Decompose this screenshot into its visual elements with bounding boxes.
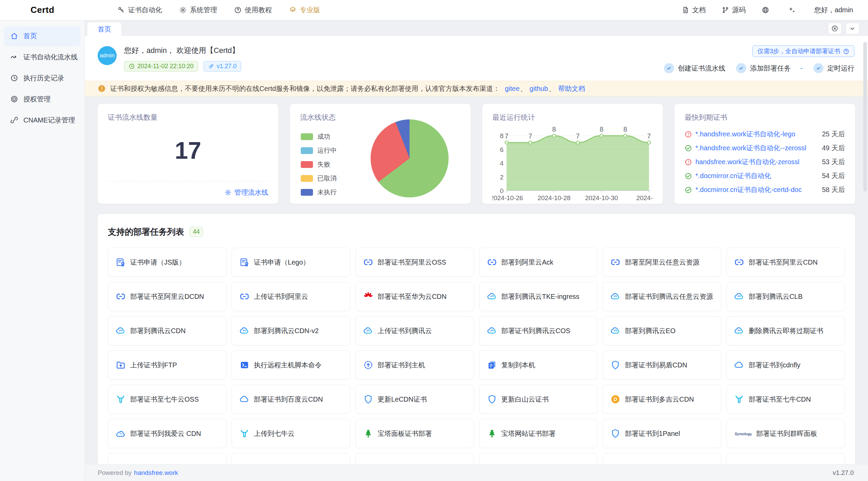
menu-item-证书自动化[interactable]: 证书自动化 xyxy=(117,5,162,15)
aliyun-icon xyxy=(610,257,620,267)
task-tile-部署到腾讯云TKE-ingress[interactable]: 部署到腾讯云TKE-ingress xyxy=(479,282,598,311)
task-tile-部署证书到多吉云CDN[interactable]: D部署证书到多吉云CDN xyxy=(603,385,721,414)
task-tile-宝塔网站证书部署[interactable]: 宝塔网站证书部署 xyxy=(479,419,598,448)
task-tiles-grid: 证书申请（JS版）证书申请（Lego）部署证书至阿里云OSS部署到阿里云Ack部… xyxy=(108,248,845,481)
svg-text:7: 7 xyxy=(576,132,579,140)
vertical-scrollbar-thumb[interactable] xyxy=(863,42,867,191)
task-tile-部署证书至七牛云OSS[interactable]: 部署证书至七牛云OSS xyxy=(108,385,226,414)
recent-runs-card: 最近运行统计 7787887024682024-10-262024-10-282… xyxy=(482,104,663,204)
qiniu-icon xyxy=(239,428,250,439)
task-tile-证书申请（JS版）[interactable]: 证书申请（JS版） xyxy=(108,248,226,277)
task-tile-部署证书到主机[interactable]: 部署证书到主机 xyxy=(355,350,474,380)
task-tile-部署证书到百度云CDN[interactable]: 部署证书到百度云CDN xyxy=(232,385,350,414)
task-tile-部署到腾讯云EO[interactable]: 部署到腾讯云EO xyxy=(603,316,721,345)
menu-item-专业版[interactable]: 专业版 xyxy=(289,5,320,15)
home-icon xyxy=(10,32,18,40)
task-tile-部署证书到1Panel[interactable]: 部署证书到1Panel xyxy=(603,419,721,448)
task-tile-部署证书到cdnfly[interactable]: 部署证书到cdnfly xyxy=(726,350,845,380)
menu-item-系统管理[interactable]: 系统管理 xyxy=(179,5,217,15)
expiry-days: 25 天后 xyxy=(822,130,845,139)
check-circle-icon xyxy=(736,63,746,73)
logo[interactable]: Certd xyxy=(0,4,85,16)
task-tile-证书申请（Lego）[interactable]: 证书申请（Lego） xyxy=(232,248,350,277)
cert-name-link[interactable]: *.docmirror.cn证书自动化-certd-doc xyxy=(695,185,816,194)
task-tile-更新LeCDN证书[interactable]: 更新LeCDN证书 xyxy=(355,385,474,414)
task-tile-部署到腾讯云CLB[interactable]: 部署到腾讯云CLB xyxy=(726,282,845,311)
task-tile-上传证书到FTP[interactable]: 上传证书到FTP xyxy=(108,350,226,380)
card-title: 证书流水线数量 xyxy=(108,113,268,122)
legend-item-成功[interactable]: 成功 xyxy=(301,132,337,141)
task-tile-部署到阿里云Ack[interactable]: 部署到阿里云Ack xyxy=(479,248,598,277)
task-tile-部署证书到腾讯云COS[interactable]: 部署证书到腾讯云COS xyxy=(479,316,598,345)
sidebar-item-首页[interactable]: 首页 xyxy=(4,26,80,45)
header-action-文档[interactable]: 文档 xyxy=(682,5,706,15)
task-tile-部署至阿里云任意云资源[interactable]: 部署至阿里云任意云资源 xyxy=(603,248,721,277)
task-tile-部署证书至七牛CDN[interactable]: 部署证书至七牛CDN xyxy=(726,385,845,414)
task-tile-部署到腾讯云CDN[interactable]: 部署到腾讯云CDN xyxy=(108,316,226,345)
close-tabs-button[interactable] xyxy=(828,23,842,34)
task-tile-上传到七牛云[interactable]: 上传到七牛云 xyxy=(232,419,350,448)
globe-button[interactable] xyxy=(762,6,772,14)
legend-item-未执行[interactable]: 未执行 xyxy=(301,188,337,197)
task-tile-部署证书至阿里云CDN[interactable]: 部署证书至阿里云CDN xyxy=(726,248,845,277)
error-circle-icon xyxy=(685,131,692,138)
question-circle-icon xyxy=(234,6,242,14)
task-tile-上传证书到阿里云[interactable]: 上传证书到阿里云 xyxy=(232,282,350,311)
legend-item-失败[interactable]: 失败 xyxy=(301,160,337,169)
task-tile-执行远程主机脚本命令[interactable]: 执行远程主机脚本命令 xyxy=(232,350,350,380)
manage-pipelines-link[interactable]: 管理流水线 xyxy=(224,188,268,197)
alert-link-github[interactable]: github xyxy=(530,85,548,92)
cert-name-link[interactable]: handsfree.work证书自动化-zerossl xyxy=(695,157,816,167)
task-tile-部署证书到我爱云 CDN[interactable]: 部署证书到我爱云 CDN xyxy=(108,419,226,448)
handsfree-link[interactable]: handsfree.work xyxy=(134,469,178,477)
cert-name-link[interactable]: *.handsfree.work证书自动化-lego xyxy=(695,130,816,139)
shield-icon xyxy=(487,394,497,404)
task-tile-部署证书至华为云CDN[interactable]: 部署证书至华为云CDN xyxy=(355,282,474,311)
quick-guide-badge[interactable]: 仅需3步，全自动申请部署证书 xyxy=(752,45,854,57)
cloud-icon xyxy=(239,394,250,404)
card-title: 流水线状态 xyxy=(300,113,460,122)
welcome-section: admin 您好，admin， 欢迎使用【Certd】 2024-11-02 2… xyxy=(85,36,868,81)
alert-link-gitee[interactable]: gitee xyxy=(505,85,519,92)
key-icon xyxy=(117,6,125,14)
task-tile-部署证书至阿里云DCDN[interactable]: 部署证书至阿里云DCDN xyxy=(108,282,226,311)
tencent-icon xyxy=(363,326,373,336)
task-tile-部署证书到群晖面板[interactable]: Synology部署证书到群晖面板 xyxy=(726,419,845,448)
task-tile-上传证书到腾讯云[interactable]: 上传证书到腾讯云 xyxy=(355,316,474,345)
user-greeting[interactable]: 您好，admin xyxy=(814,5,853,15)
document-icon xyxy=(682,6,689,14)
sidebar-item-授权管理[interactable]: 授权管理 xyxy=(4,90,80,109)
task-tile-更新白山云证书[interactable]: 更新白山云证书 xyxy=(479,385,598,414)
tab-menu-button[interactable] xyxy=(846,23,859,34)
task-tile-部署证书到腾讯云任意云资源[interactable]: 部署证书到腾讯云任意云资源 xyxy=(603,282,721,311)
task-tile-部署证书至阿里云OSS[interactable]: 部署证书至阿里云OSS xyxy=(355,248,474,277)
folder-upload-icon xyxy=(116,360,126,370)
tencent-icon xyxy=(487,326,497,336)
sparkles-button[interactable] xyxy=(788,6,799,14)
task-tile-部署证书到易盾CDN[interactable]: 部署证书到易盾CDN xyxy=(603,350,721,380)
sidebar-collapse-icon[interactable] xyxy=(94,6,102,15)
sidebar-item-证书自动化流水线[interactable]: 证书自动化流水线 xyxy=(4,47,80,66)
alert-link-帮助文档[interactable]: 帮助文档 xyxy=(558,85,585,92)
huawei-icon xyxy=(363,291,373,302)
sidebar-item-CNAME记录管理[interactable]: CNAME记录管理 xyxy=(4,111,80,130)
pagoda-icon xyxy=(487,428,497,439)
legend-item-运行中[interactable]: 运行中 xyxy=(301,146,337,155)
legend-swatch xyxy=(301,133,313,140)
shield-icon xyxy=(610,360,620,370)
tab-home[interactable]: 首页 xyxy=(87,22,121,36)
legend-item-已取消[interactable]: 已取消 xyxy=(301,174,337,183)
tencent-icon xyxy=(610,326,620,336)
top-menu: 证书自动化系统管理使用教程专业版 xyxy=(117,5,320,15)
header-action-源码[interactable]: 源码 xyxy=(722,5,746,15)
task-tile-删除腾讯云即将过期证书[interactable]: 删除腾讯云即将过期证书 xyxy=(726,316,845,345)
task-tile-复制到本机[interactable]: 复制到本机 xyxy=(479,350,598,380)
task-tile-宝塔面板证书部署[interactable]: 宝塔面板证书部署 xyxy=(355,419,474,448)
menu-item-使用教程[interactable]: 使用教程 xyxy=(234,5,272,15)
close-circle-icon xyxy=(831,25,839,32)
cert-name-link[interactable]: *.handsfree.work证书自动化--zerossl xyxy=(695,143,816,153)
cert-name-link[interactable]: *.docmirror.cn证书自动化 xyxy=(695,171,816,180)
task-tile-部署到腾讯云CDN-v2[interactable]: 部署到腾讯云CDN-v2 xyxy=(232,316,350,345)
cloud-icon xyxy=(734,360,744,370)
sidebar-item-执行历史记录[interactable]: 执行历史记录 xyxy=(4,69,80,88)
